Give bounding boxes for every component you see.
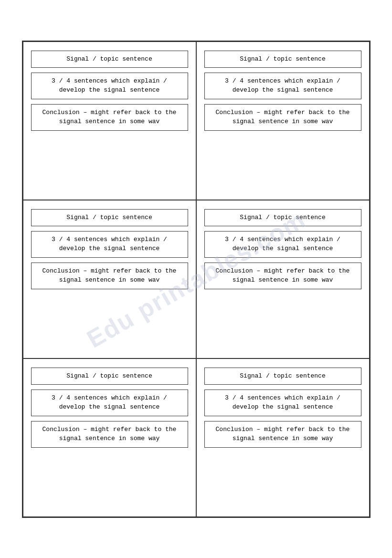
cell-2-1: Signal / topic sentence 3 / 4 sentences … [23, 200, 196, 358]
signal-box-6: Signal / topic sentence [204, 368, 361, 385]
conclusion-box-3: Conclusion – might refer back to the sig… [31, 263, 188, 289]
conclusion-box-4: Conclusion – might refer back to the sig… [204, 263, 361, 289]
conclusion-text-1: Conclusion – might refer back to the sig… [42, 109, 177, 125]
card-grid: Signal / topic sentence 3 / 4 sentences … [22, 41, 371, 518]
body-box-3: 3 / 4 sentences which explain / develop … [31, 231, 188, 258]
cell-1-1: Signal / topic sentence 3 / 4 sentences … [23, 42, 196, 200]
signal-text-3: Signal / topic sentence [66, 214, 152, 221]
signal-text-6: Signal / topic sentence [240, 372, 325, 379]
conclusion-box-2: Conclusion – might refer back to the sig… [204, 104, 361, 131]
body-box-1: 3 / 4 sentences which explain / develop … [31, 73, 188, 99]
body-box-5: 3 / 4 sentences which explain / develop … [31, 390, 188, 416]
body-text-3: 3 / 4 sentences which explain / develop … [52, 236, 167, 252]
body-box-4: 3 / 4 sentences which explain / develop … [204, 231, 361, 258]
body-text-1: 3 / 4 sentences which explain / develop … [52, 77, 167, 94]
conclusion-text-4: Conclusion – might refer back to the sig… [216, 267, 350, 284]
signal-box-5: Signal / topic sentence [31, 368, 188, 385]
conclusion-text-2: Conclusion – might refer back to the sig… [216, 109, 350, 125]
conclusion-box-5: Conclusion – might refer back to the sig… [31, 421, 188, 448]
signal-box-1: Signal / topic sentence [31, 51, 188, 68]
signal-box-2: Signal / topic sentence [204, 51, 361, 68]
conclusion-text-6: Conclusion – might refer back to the sig… [216, 426, 350, 442]
conclusion-box-1: Conclusion – might refer back to the sig… [31, 104, 188, 131]
signal-text-4: Signal / topic sentence [240, 214, 325, 221]
signal-box-3: Signal / topic sentence [31, 209, 188, 227]
signal-text-5: Signal / topic sentence [66, 372, 152, 379]
page: Edu printables.com Signal / topic senten… [0, 0, 392, 558]
cell-2-2: Signal / topic sentence 3 / 4 sentences … [196, 200, 370, 358]
body-box-2: 3 / 4 sentences which explain / develop … [204, 73, 361, 99]
conclusion-box-6: Conclusion – might refer back to the sig… [204, 421, 361, 448]
conclusion-text-3: Conclusion – might refer back to the sig… [42, 267, 177, 284]
body-box-6: 3 / 4 sentences which explain / develop … [204, 390, 361, 416]
signal-box-4: Signal / topic sentence [204, 209, 361, 227]
body-text-4: 3 / 4 sentences which explain / develop … [225, 236, 340, 252]
cell-3-2: Signal / topic sentence 3 / 4 sentences … [196, 358, 370, 517]
cell-3-1: Signal / topic sentence 3 / 4 sentences … [23, 358, 196, 517]
cell-1-2: Signal / topic sentence 3 / 4 sentences … [196, 42, 370, 200]
signal-text-2: Signal / topic sentence [240, 55, 325, 63]
conclusion-text-5: Conclusion – might refer back to the sig… [42, 426, 177, 442]
body-text-6: 3 / 4 sentences which explain / develop … [225, 394, 340, 411]
body-text-2: 3 / 4 sentences which explain / develop … [225, 77, 340, 94]
signal-text-1: Signal / topic sentence [66, 55, 152, 63]
body-text-5: 3 / 4 sentences which explain / develop … [52, 394, 167, 411]
